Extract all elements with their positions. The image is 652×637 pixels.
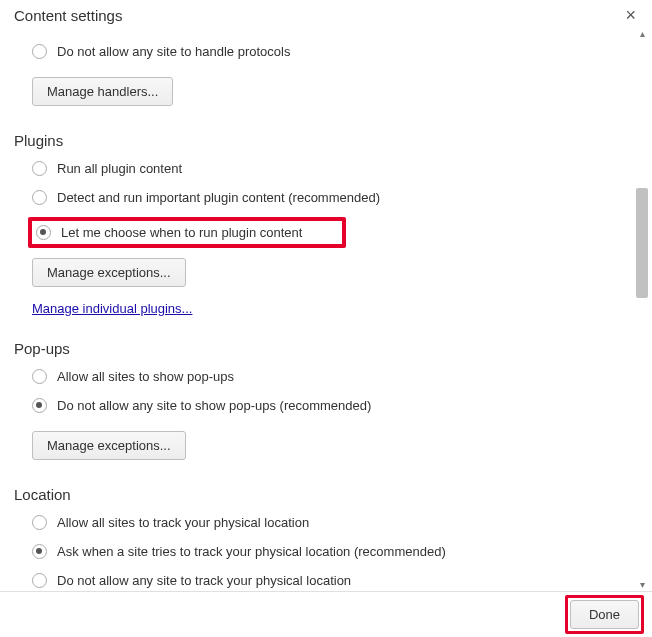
- option-label: Do not allow any site to show pop-ups (r…: [57, 398, 371, 413]
- option-label: Allow all sites to show pop-ups: [57, 369, 234, 384]
- radio-icon[interactable]: [32, 44, 47, 59]
- option-label: Let me choose when to run plugin content: [61, 225, 302, 240]
- radio-icon[interactable]: [32, 369, 47, 384]
- footer: Done: [0, 591, 652, 637]
- manage-individual-plugins-link[interactable]: Manage individual plugins...: [32, 301, 192, 316]
- close-icon[interactable]: ×: [621, 6, 640, 24]
- handlers-opt-block[interactable]: Do not allow any site to handle protocol…: [32, 40, 638, 63]
- plugins-manage-exceptions-button[interactable]: Manage exceptions...: [32, 258, 186, 287]
- popups-heading: Pop-ups: [14, 340, 638, 357]
- page-title: Content settings: [14, 7, 122, 24]
- location-opt-allow[interactable]: Allow all sites to track your physical l…: [32, 511, 638, 534]
- popups-opt-block[interactable]: Do not allow any site to show pop-ups (r…: [32, 394, 638, 417]
- plugins-opt-run-all[interactable]: Run all plugin content: [32, 157, 638, 180]
- popups-manage-exceptions-button[interactable]: Manage exceptions...: [32, 431, 186, 460]
- option-label: Detect and run important plugin content …: [57, 190, 380, 205]
- radio-icon[interactable]: [32, 190, 47, 205]
- content-scroll: Do not allow any site to handle protocol…: [0, 28, 652, 591]
- option-label: Do not allow any site to track your phys…: [57, 573, 351, 588]
- scroll-up-icon[interactable]: ▴: [636, 28, 648, 40]
- option-label: Run all plugin content: [57, 161, 182, 176]
- radio-icon[interactable]: [32, 515, 47, 530]
- plugins-opt-detect[interactable]: Detect and run important plugin content …: [32, 186, 638, 209]
- plugins-heading: Plugins: [14, 132, 638, 149]
- popups-opt-allow[interactable]: Allow all sites to show pop-ups: [32, 365, 638, 388]
- radio-icon[interactable]: [32, 544, 47, 559]
- done-button[interactable]: Done: [570, 600, 639, 629]
- highlight-plugins-choose: Let me choose when to run plugin content: [28, 217, 346, 248]
- option-label: Allow all sites to track your physical l…: [57, 515, 309, 530]
- scroll-thumb[interactable]: [636, 188, 648, 298]
- manage-handlers-button[interactable]: Manage handlers...: [32, 77, 173, 106]
- location-heading: Location: [14, 486, 638, 503]
- location-opt-block[interactable]: Do not allow any site to track your phys…: [32, 569, 638, 592]
- option-label: Do not allow any site to handle protocol…: [57, 44, 290, 59]
- radio-icon[interactable]: [32, 398, 47, 413]
- radio-icon[interactable]: [32, 573, 47, 588]
- highlight-done: Done: [565, 595, 644, 634]
- scrollbar[interactable]: ▴ ▾: [636, 28, 648, 591]
- radio-icon[interactable]: [32, 161, 47, 176]
- scroll-down-icon[interactable]: ▾: [636, 579, 648, 591]
- option-label: Ask when a site tries to track your phys…: [57, 544, 446, 559]
- location-opt-ask[interactable]: Ask when a site tries to track your phys…: [32, 540, 638, 563]
- radio-icon[interactable]: [36, 225, 51, 240]
